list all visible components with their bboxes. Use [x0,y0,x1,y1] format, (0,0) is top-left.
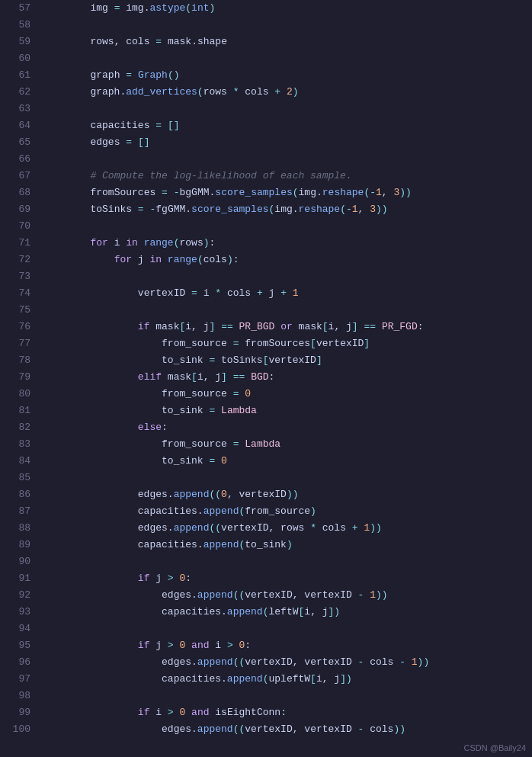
line-content: to_sink = toSinks[vertexID] [40,352,532,369]
line-content: capacities.append(from_source) [40,503,532,520]
line-content: capacities.append(to_sink) [40,537,532,553]
line-number: 89 [0,537,40,553]
code-line: 100 edges.append((vertexID, vertexID - c… [0,721,532,738]
line-content: edges.append((vertexID, rows * cols + 1)… [40,520,532,537]
code-line: 62 graph.add_vertices(rows * cols + 2) [0,84,532,101]
code-line: 94 [0,621,532,637]
line-number: 92 [0,587,40,604]
line-number: 77 [0,335,40,352]
line-content: from_source = fromSources[vertexID] [40,335,532,352]
code-line: 61 graph = Graph() [0,67,532,84]
code-line: 78 to_sink = toSinks[vertexID] [0,352,532,369]
line-content: edges.append((vertexID, vertexID - 1)) [40,587,532,604]
watermark: CSDN @Baily24 [464,743,526,752]
line-content: # Compute the log-likelihood of each sam… [40,168,532,184]
line-number: 69 [0,201,40,218]
line-number: 96 [0,654,40,671]
code-line: 63 [0,101,532,117]
line-content: for i in range(rows): [40,235,532,252]
line-number: 61 [0,67,40,84]
line-content: capacities = [] [40,117,532,134]
code-line: 89 capacities.append(to_sink) [0,537,532,553]
code-line: 84 to_sink = 0 [0,453,532,470]
code-line: 75 [0,302,532,319]
line-content: from_source = Lambda [40,436,532,453]
line-number: 72 [0,252,40,268]
line-number: 99 [0,704,40,721]
line-number: 57 [0,0,40,17]
code-line: 98 [0,688,532,704]
line-content: img = img.astype(int) [40,0,532,17]
line-number: 74 [0,285,40,302]
code-line: 65 edges = [] [0,134,532,151]
line-number: 90 [0,553,40,570]
line-number: 65 [0,134,40,151]
line-content: if mask[i, j] == PR_BGD or mask[i, j] ==… [40,319,532,335]
line-number: 83 [0,436,40,453]
line-content: to_sink = Lambda [40,403,532,419]
line-number: 85 [0,470,40,486]
code-line: 82 else: [0,419,532,436]
line-content [40,302,532,319]
code-line: 95 if j > 0 and i > 0: [0,637,532,654]
line-content [40,101,532,117]
code-line: 77 from_source = fromSources[vertexID] [0,335,532,352]
line-number: 68 [0,184,40,201]
code-line: 80 from_source = 0 [0,386,532,403]
line-content [40,218,532,235]
line-number: 58 [0,17,40,34]
code-line: 83 from_source = Lambda [0,436,532,453]
code-line: 72 for j in range(cols): [0,252,532,268]
code-line: 91 if j > 0: [0,570,532,587]
code-line: 92 edges.append((vertexID, vertexID - 1)… [0,587,532,604]
line-number: 60 [0,50,40,67]
line-number: 78 [0,352,40,369]
code-line: 85 [0,470,532,486]
code-line: 97 capacities.append(upleftW[i, j]) [0,671,532,688]
line-number: 62 [0,84,40,101]
line-content [40,688,532,704]
code-line: 93 capacities.append(leftW[i, j]) [0,604,532,621]
line-content: if j > 0: [40,570,532,587]
code-line: 68 fromSources = -bgGMM.score_samples(im… [0,184,532,201]
code-line: 86 edges.append((0, vertexID)) [0,486,532,503]
line-content: elif mask[i, j] == BGD: [40,369,532,386]
code-line: 90 [0,553,532,570]
line-content: else: [40,419,532,436]
line-content: edges.append((vertexID, vertexID - cols … [40,654,532,671]
line-content: to_sink = 0 [40,453,532,470]
line-content: rows, cols = mask.shape [40,34,532,50]
line-number: 100 [0,721,40,738]
line-number: 76 [0,319,40,335]
line-number: 84 [0,453,40,470]
code-content: 57 img = img.astype(int)5859 rows, cols … [0,0,532,738]
line-content: edges = [] [40,134,532,151]
code-line: 69 toSinks = -fgGMM.score_samples(img.re… [0,201,532,218]
line-number: 75 [0,302,40,319]
code-line: 96 edges.append((vertexID, vertexID - co… [0,654,532,671]
line-number: 63 [0,101,40,117]
line-content [40,621,532,637]
code-line: 79 elif mask[i, j] == BGD: [0,369,532,386]
code-line: 88 edges.append((vertexID, rows * cols +… [0,520,532,537]
code-line: 60 [0,50,532,67]
line-content [40,151,532,168]
code-line: 76 if mask[i, j] == PR_BGD or mask[i, j]… [0,319,532,335]
code-line: 81 to_sink = Lambda [0,403,532,419]
line-number: 80 [0,386,40,403]
line-number: 97 [0,671,40,688]
code-line: 57 img = img.astype(int) [0,0,532,17]
line-content: if j > 0 and i > 0: [40,637,532,654]
line-number: 82 [0,419,40,436]
line-content: edges.append((0, vertexID)) [40,486,532,503]
line-content: capacities.append(upleftW[i, j]) [40,671,532,688]
line-number: 94 [0,621,40,637]
line-content [40,470,532,486]
line-content: graph = Graph() [40,67,532,84]
code-line: 67 # Compute the log-likelihood of each … [0,168,532,184]
code-line: 70 [0,218,532,235]
line-number: 88 [0,520,40,537]
line-number: 95 [0,637,40,654]
line-number: 70 [0,218,40,235]
code-line: 99 if i > 0 and isEightConn: [0,704,532,721]
